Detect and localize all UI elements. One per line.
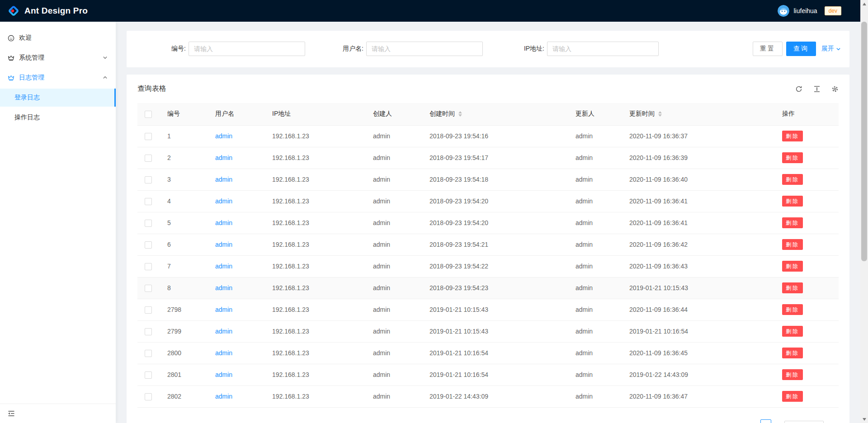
settings-gear-icon[interactable]	[831, 85, 839, 93]
pagination-page-1[interactable]: 1	[760, 419, 771, 423]
row-checkbox[interactable]	[145, 306, 152, 314]
cell-action: 删除	[774, 320, 839, 342]
delete-button[interactable]: 删除	[782, 282, 803, 293]
cell-action: 删除	[774, 169, 839, 190]
table-body: 1admin192.168.1.23admin2018-09-23 19:54:…	[137, 125, 839, 407]
username-link[interactable]: admin	[215, 263, 232, 270]
username-link[interactable]: admin	[215, 154, 232, 161]
cell-username: admin	[207, 255, 264, 277]
cell-created: 2018-09-23 19:54:20	[421, 190, 567, 212]
row-checkbox[interactable]	[145, 328, 152, 335]
sidebar-item-login-log[interactable]: 登录日志	[0, 89, 116, 107]
logo[interactable]: Ant Design Pro	[7, 5, 88, 17]
delete-button[interactable]: 删除	[782, 391, 803, 402]
scroll-down-arrow[interactable]	[860, 415, 868, 423]
select-all-checkbox[interactable]	[145, 111, 152, 118]
cell-action: 删除	[774, 234, 839, 255]
username-link[interactable]: admin	[215, 306, 232, 313]
cell-created: 2018-09-23 19:54:16	[421, 125, 567, 147]
row-checkbox[interactable]	[145, 176, 152, 183]
table-row: 2800admin192.168.1.23admin2019-01-21 10:…	[137, 342, 839, 364]
username-link[interactable]: admin	[215, 328, 232, 335]
sidebar-item-operation-log[interactable]: 操作日志	[0, 108, 116, 127]
column-header-created[interactable]: 创建时间	[421, 103, 567, 125]
row-checkbox[interactable]	[145, 241, 152, 249]
menu-fold-icon[interactable]	[8, 410, 15, 417]
username-link[interactable]: admin	[215, 132, 232, 140]
reset-button[interactable]: 重置	[753, 42, 783, 56]
sidebar-item-welcome[interactable]: 欢迎	[0, 29, 116, 47]
cell-updated: 2020-11-09 16:36:47	[621, 385, 774, 407]
expand-label: 展开	[821, 45, 834, 53]
search-button[interactable]: 查询	[786, 42, 816, 56]
username-link[interactable]: admin	[215, 371, 232, 378]
cell-updater: admin	[567, 255, 621, 277]
username-link[interactable]: admin	[215, 219, 232, 226]
username-link[interactable]: admin	[215, 393, 232, 400]
id-field-label: 编号:	[132, 45, 189, 53]
row-checkbox[interactable]	[145, 371, 152, 379]
filter-item-username: 用户名:	[310, 42, 483, 56]
crown-icon	[8, 75, 14, 81]
table-row: 5admin192.168.1.23admin2018-09-23 19:54:…	[137, 212, 839, 234]
scrollbar-thumb[interactable]	[861, 22, 867, 261]
page-size-select[interactable]	[784, 421, 824, 423]
cell-id: 2802	[159, 385, 207, 407]
delete-button[interactable]: 删除	[782, 261, 803, 272]
delete-button[interactable]: 删除	[782, 196, 803, 207]
id-input[interactable]	[189, 42, 305, 56]
scroll-up-arrow[interactable]	[860, 0, 868, 8]
row-checkbox[interactable]	[145, 350, 152, 357]
delete-button[interactable]: 删除	[782, 369, 803, 380]
row-checkbox[interactable]	[145, 220, 152, 227]
row-checkbox[interactable]	[145, 155, 152, 162]
reload-icon[interactable]	[795, 85, 802, 93]
cell-updater: admin	[567, 169, 621, 190]
cell-id: 2800	[159, 342, 207, 364]
delete-button[interactable]: 删除	[782, 239, 803, 250]
delete-button[interactable]: 删除	[782, 174, 803, 185]
delete-button[interactable]: 删除	[782, 152, 803, 163]
row-checkbox[interactable]	[145, 263, 152, 270]
user-avatar[interactable]	[778, 5, 789, 17]
username-link[interactable]: admin	[215, 197, 232, 205]
cell-id: 2799	[159, 320, 207, 342]
sorter-icon[interactable]	[658, 111, 662, 117]
row-checkbox[interactable]	[145, 285, 152, 292]
delete-button[interactable]: 删除	[782, 217, 803, 228]
column-header-updated[interactable]: 更新时间	[621, 103, 774, 125]
delete-button[interactable]: 删除	[782, 304, 803, 315]
cell-ip: 192.168.1.23	[264, 255, 365, 277]
username-link[interactable]: admin	[215, 241, 232, 248]
username-input[interactable]	[366, 42, 483, 56]
checkbox-cell	[137, 385, 159, 407]
checkbox-cell	[137, 299, 159, 320]
density-icon[interactable]	[813, 85, 821, 93]
sorter-icon[interactable]	[458, 111, 462, 117]
cell-id: 6	[159, 234, 207, 255]
cell-id: 2798	[159, 299, 207, 320]
cell-updater: admin	[567, 147, 621, 169]
delete-button[interactable]: 删除	[782, 131, 803, 141]
delete-button[interactable]: 删除	[782, 348, 803, 358]
chevron-down-icon	[836, 47, 841, 52]
row-checkbox[interactable]	[145, 393, 152, 400]
row-checkbox[interactable]	[145, 198, 152, 205]
scrollbar[interactable]	[860, 0, 868, 423]
row-checkbox[interactable]	[145, 133, 152, 140]
username-text[interactable]: liufeihua	[793, 7, 817, 14]
checkbox-cell	[137, 320, 159, 342]
cell-action: 删除	[774, 190, 839, 212]
delete-button[interactable]: 删除	[782, 326, 803, 337]
cell-username: admin	[207, 212, 264, 234]
ip-input[interactable]	[547, 42, 659, 56]
app-title: Ant Design Pro	[24, 6, 88, 16]
username-link[interactable]: admin	[215, 284, 232, 291]
cell-username: admin	[207, 385, 264, 407]
username-link[interactable]: admin	[215, 349, 232, 357]
cell-created: 2018-09-23 19:54:22	[421, 255, 567, 277]
expand-toggle[interactable]: 展开	[821, 45, 841, 53]
sidebar-item-log-mgmt[interactable]: 日志管理	[0, 69, 116, 87]
sidebar-item-system-mgmt[interactable]: 系统管理	[0, 49, 116, 67]
username-link[interactable]: admin	[215, 176, 232, 183]
